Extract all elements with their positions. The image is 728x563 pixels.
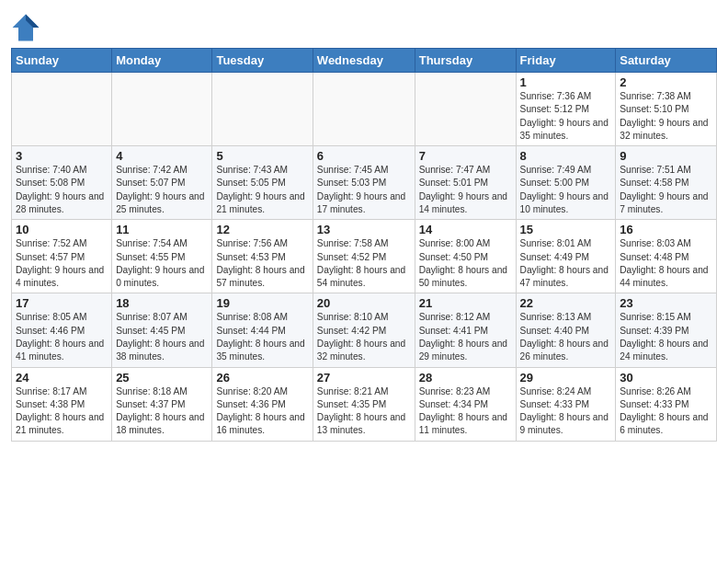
- week-row-3: 10Sunrise: 7:52 AM Sunset: 4:57 PM Dayli…: [12, 220, 717, 293]
- day-cell: 4Sunrise: 7:42 AM Sunset: 5:07 PM Daylig…: [112, 146, 212, 220]
- day-info: Sunrise: 7:52 AM Sunset: 4:57 PM Dayligh…: [16, 237, 108, 290]
- day-number: 22: [520, 296, 612, 310]
- day-cell: 6Sunrise: 7:45 AM Sunset: 5:03 PM Daylig…: [313, 146, 415, 220]
- day-info: Sunrise: 8:20 AM Sunset: 4:36 PM Dayligh…: [216, 385, 308, 438]
- weekday-wednesday: Wednesday: [313, 49, 415, 73]
- day-info: Sunrise: 7:36 AM Sunset: 5:12 PM Dayligh…: [520, 90, 612, 143]
- day-cell: 29Sunrise: 8:24 AM Sunset: 4:33 PM Dayli…: [516, 367, 616, 441]
- day-number: 4: [116, 149, 208, 163]
- weekday-header-row: SundayMondayTuesdayWednesdayThursdayFrid…: [12, 49, 717, 73]
- calendar: SundayMondayTuesdayWednesdayThursdayFrid…: [11, 48, 717, 442]
- day-number: 17: [16, 296, 108, 310]
- weekday-monday: Monday: [112, 49, 212, 73]
- day-cell: 18Sunrise: 8:07 AM Sunset: 4:45 PM Dayli…: [112, 293, 212, 367]
- day-number: 8: [520, 149, 612, 163]
- day-info: Sunrise: 7:47 AM Sunset: 5:01 PM Dayligh…: [419, 164, 512, 216]
- day-info: Sunrise: 8:26 AM Sunset: 4:33 PM Dayligh…: [620, 385, 712, 438]
- day-cell: 19Sunrise: 8:08 AM Sunset: 4:44 PM Dayli…: [212, 293, 313, 367]
- logo-icon: [11, 13, 40, 42]
- day-cell: 17Sunrise: 8:05 AM Sunset: 4:46 PM Dayli…: [12, 293, 112, 367]
- day-number: 9: [620, 149, 712, 163]
- week-row-2: 3Sunrise: 7:40 AM Sunset: 5:08 PM Daylig…: [12, 146, 717, 220]
- day-number: 10: [16, 223, 108, 236]
- day-number: 27: [317, 371, 411, 385]
- header: [11, 9, 717, 42]
- day-cell: 24Sunrise: 8:17 AM Sunset: 4:38 PM Dayli…: [12, 367, 112, 441]
- week-row-1: 1Sunrise: 7:36 AM Sunset: 5:12 PM Daylig…: [12, 73, 717, 146]
- day-cell: 13Sunrise: 7:58 AM Sunset: 4:52 PM Dayli…: [313, 220, 415, 293]
- weekday-saturday: Saturday: [616, 49, 717, 73]
- day-number: 24: [16, 371, 108, 385]
- day-number: 23: [620, 296, 712, 310]
- day-cell: [12, 73, 112, 146]
- day-info: Sunrise: 8:24 AM Sunset: 4:33 PM Dayligh…: [520, 385, 612, 438]
- day-info: Sunrise: 8:01 AM Sunset: 4:49 PM Dayligh…: [520, 237, 612, 290]
- day-number: 26: [216, 371, 308, 385]
- week-row-4: 17Sunrise: 8:05 AM Sunset: 4:46 PM Dayli…: [12, 293, 717, 367]
- day-number: 2: [620, 75, 712, 89]
- day-info: Sunrise: 7:42 AM Sunset: 5:07 PM Dayligh…: [116, 164, 208, 216]
- week-row-5: 24Sunrise: 8:17 AM Sunset: 4:38 PM Dayli…: [12, 367, 717, 441]
- day-number: 12: [216, 223, 308, 236]
- day-info: Sunrise: 8:13 AM Sunset: 4:40 PM Dayligh…: [520, 311, 612, 363]
- day-number: 15: [520, 223, 612, 236]
- day-cell: 5Sunrise: 7:43 AM Sunset: 5:05 PM Daylig…: [212, 146, 313, 220]
- day-info: Sunrise: 7:51 AM Sunset: 4:58 PM Dayligh…: [620, 164, 712, 216]
- day-cell: [415, 73, 516, 146]
- day-cell: 28Sunrise: 8:23 AM Sunset: 4:34 PM Dayli…: [415, 367, 516, 441]
- day-number: 30: [620, 371, 712, 385]
- day-info: Sunrise: 7:56 AM Sunset: 4:53 PM Dayligh…: [216, 237, 308, 290]
- day-number: 18: [116, 296, 208, 310]
- day-number: 6: [317, 149, 411, 163]
- day-cell: 2Sunrise: 7:38 AM Sunset: 5:10 PM Daylig…: [616, 73, 717, 146]
- day-info: Sunrise: 7:58 AM Sunset: 4:52 PM Dayligh…: [317, 237, 411, 290]
- day-info: Sunrise: 8:08 AM Sunset: 4:44 PM Dayligh…: [216, 311, 308, 363]
- day-cell: 9Sunrise: 7:51 AM Sunset: 4:58 PM Daylig…: [616, 146, 717, 220]
- weekday-tuesday: Tuesday: [212, 49, 313, 73]
- day-number: 19: [216, 296, 308, 310]
- day-number: 3: [16, 149, 108, 163]
- day-cell: 21Sunrise: 8:12 AM Sunset: 4:41 PM Dayli…: [415, 293, 516, 367]
- day-number: 13: [317, 223, 411, 236]
- day-number: 28: [419, 371, 512, 385]
- day-number: 25: [116, 371, 208, 385]
- day-cell: [212, 73, 313, 146]
- day-info: Sunrise: 7:43 AM Sunset: 5:05 PM Dayligh…: [216, 164, 308, 216]
- day-number: 1: [520, 75, 612, 89]
- day-number: 7: [419, 149, 512, 163]
- day-cell: 20Sunrise: 8:10 AM Sunset: 4:42 PM Dayli…: [313, 293, 415, 367]
- day-info: Sunrise: 8:03 AM Sunset: 4:48 PM Dayligh…: [620, 237, 712, 290]
- day-cell: 14Sunrise: 8:00 AM Sunset: 4:50 PM Dayli…: [415, 220, 516, 293]
- day-cell: 23Sunrise: 8:15 AM Sunset: 4:39 PM Dayli…: [616, 293, 717, 367]
- day-info: Sunrise: 8:05 AM Sunset: 4:46 PM Dayligh…: [16, 311, 108, 363]
- day-cell: 22Sunrise: 8:13 AM Sunset: 4:40 PM Dayli…: [516, 293, 616, 367]
- logo: [11, 13, 44, 42]
- page: SundayMondayTuesdayWednesdayThursdayFrid…: [0, 0, 728, 451]
- day-info: Sunrise: 8:17 AM Sunset: 4:38 PM Dayligh…: [16, 385, 108, 438]
- day-info: Sunrise: 8:15 AM Sunset: 4:39 PM Dayligh…: [620, 311, 712, 363]
- day-info: Sunrise: 8:23 AM Sunset: 4:34 PM Dayligh…: [419, 385, 512, 438]
- day-info: Sunrise: 7:54 AM Sunset: 4:55 PM Dayligh…: [116, 237, 208, 290]
- day-info: Sunrise: 7:38 AM Sunset: 5:10 PM Dayligh…: [620, 90, 712, 143]
- day-info: Sunrise: 8:12 AM Sunset: 4:41 PM Dayligh…: [419, 311, 512, 363]
- day-cell: 30Sunrise: 8:26 AM Sunset: 4:33 PM Dayli…: [616, 367, 717, 441]
- day-cell: 11Sunrise: 7:54 AM Sunset: 4:55 PM Dayli…: [112, 220, 212, 293]
- day-info: Sunrise: 8:18 AM Sunset: 4:37 PM Dayligh…: [116, 385, 208, 438]
- weekday-friday: Friday: [516, 49, 616, 73]
- day-cell: 1Sunrise: 7:36 AM Sunset: 5:12 PM Daylig…: [516, 73, 616, 146]
- day-info: Sunrise: 8:00 AM Sunset: 4:50 PM Dayligh…: [419, 237, 512, 290]
- day-info: Sunrise: 8:10 AM Sunset: 4:42 PM Dayligh…: [317, 311, 411, 363]
- day-number: 20: [317, 296, 411, 310]
- day-cell: 12Sunrise: 7:56 AM Sunset: 4:53 PM Dayli…: [212, 220, 313, 293]
- day-number: 14: [419, 223, 512, 236]
- weekday-sunday: Sunday: [12, 49, 112, 73]
- day-number: 5: [216, 149, 308, 163]
- day-number: 11: [116, 223, 208, 236]
- day-number: 21: [419, 296, 512, 310]
- day-cell: 16Sunrise: 8:03 AM Sunset: 4:48 PM Dayli…: [616, 220, 717, 293]
- day-cell: 27Sunrise: 8:21 AM Sunset: 4:35 PM Dayli…: [313, 367, 415, 441]
- day-cell: [313, 73, 415, 146]
- day-info: Sunrise: 7:49 AM Sunset: 5:00 PM Dayligh…: [520, 164, 612, 216]
- day-info: Sunrise: 8:21 AM Sunset: 4:35 PM Dayligh…: [317, 385, 411, 438]
- day-info: Sunrise: 7:40 AM Sunset: 5:08 PM Dayligh…: [16, 164, 108, 216]
